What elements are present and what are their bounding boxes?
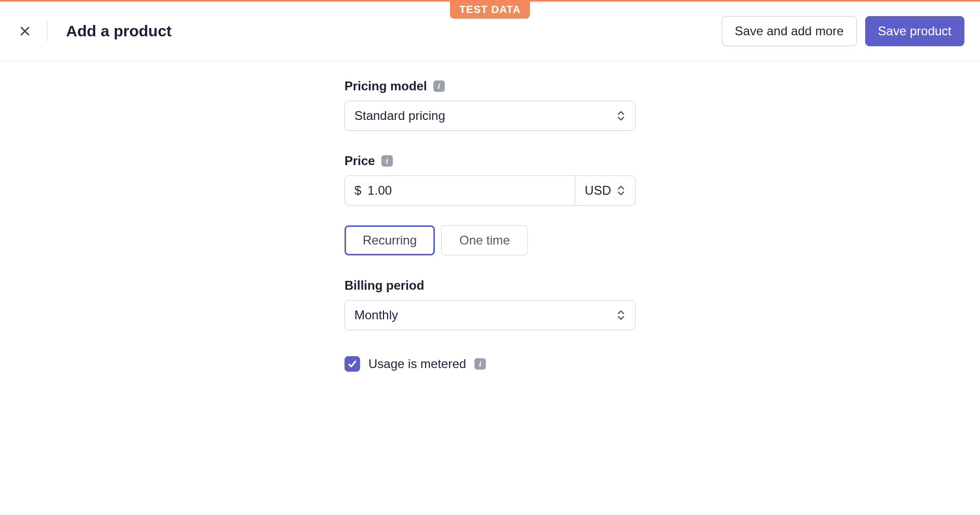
- save-and-add-more-button[interactable]: Save and add more: [722, 16, 856, 46]
- pricing-model-select[interactable]: Standard pricing: [345, 101, 635, 131]
- billing-period-value: Monthly: [354, 308, 398, 322]
- info-icon[interactable]: i: [433, 80, 445, 92]
- currency-symbol: $: [345, 176, 365, 205]
- usage-metered-label: Usage is metered: [368, 357, 466, 371]
- price-input-group: $ USD: [345, 175, 635, 206]
- billing-period-label-row: Billing period: [345, 278, 635, 293]
- form-content: Pricing model i Standard pricing Price i…: [345, 79, 635, 403]
- chevron-up-down-icon: [616, 309, 626, 321]
- chevron-up-down-icon: [616, 110, 626, 121]
- chevron-up-down-icon: [616, 185, 626, 196]
- pricing-model-value: Standard pricing: [354, 109, 445, 123]
- one-time-option[interactable]: One time: [441, 225, 528, 255]
- currency-select[interactable]: USD: [575, 176, 635, 205]
- header-actions: Save and add more Save product: [722, 16, 964, 46]
- billing-period-label: Billing period: [345, 278, 424, 293]
- close-button[interactable]: [16, 22, 34, 40]
- page-title: Add a product: [66, 22, 722, 40]
- usage-metered-checkbox[interactable]: [345, 356, 360, 372]
- recurrence-toggle: Recurring One time: [345, 225, 635, 255]
- close-icon: [19, 25, 31, 37]
- info-icon[interactable]: i: [474, 358, 486, 370]
- header-divider: [47, 21, 47, 42]
- usage-metered-row: Usage is metered i: [345, 356, 635, 372]
- pricing-model-label: Pricing model: [345, 79, 427, 93]
- save-product-button[interactable]: Save product: [865, 16, 964, 46]
- test-data-badge: TEST DATA: [450, 2, 530, 19]
- recurring-option[interactable]: Recurring: [345, 225, 435, 255]
- price-input[interactable]: [365, 176, 575, 205]
- check-icon: [347, 359, 357, 369]
- currency-value: USD: [585, 183, 611, 198]
- price-label-row: Price i: [345, 154, 635, 168]
- billing-period-select[interactable]: Monthly: [345, 300, 635, 330]
- price-label: Price: [345, 154, 375, 168]
- info-icon[interactable]: i: [381, 155, 393, 167]
- pricing-model-label-row: Pricing model i: [345, 79, 635, 93]
